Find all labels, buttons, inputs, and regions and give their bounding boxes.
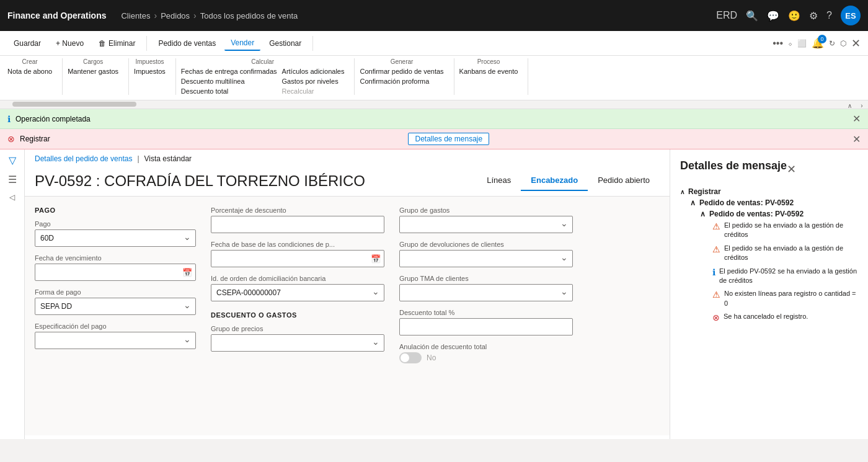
horizontal-scrollbar[interactable]: › ∧ (0, 102, 868, 109)
ribbon-group-crear: Crear Nota de abono (7, 58, 63, 95)
id-domiciliacion-group: Id. de orden de domiciliación bancaria C… (211, 275, 384, 301)
side-item-text-4: Se ha cancelado el registro. (724, 312, 808, 321)
tab-pedido-abierto[interactable]: Pedido abierto (588, 171, 660, 191)
filter-icon[interactable]: ▽ (9, 154, 16, 166)
fecha-base-label: Fecha de base de las condiciones de p... (211, 241, 384, 248)
menu-icon[interactable]: ☰ (8, 174, 17, 185)
id-domiciliacion-select[interactable]: CSEPA-000000007 (211, 284, 384, 301)
tab-gestionar[interactable]: Gestionar (263, 37, 308, 50)
side-item-2: ℹ El pedido PV-0592 se ha enviado a la g… (712, 267, 858, 286)
side-item-3: ⚠ No existen líneas para registro o cant… (712, 289, 858, 308)
expand-icon[interactable]: ⬜ (797, 39, 807, 48)
emoji-icon[interactable]: 🙂 (788, 10, 800, 22)
view-selector[interactable]: Vista estándar (144, 154, 192, 163)
refresh-icon[interactable]: ↻ (829, 39, 835, 48)
save-button[interactable]: Guardar (7, 37, 47, 50)
ribbon-nota-abono[interactable]: Nota de abono (7, 68, 52, 75)
main-layout: ▽ ☰ ◁ Detalles del pedido de ventas | Vi… (0, 149, 868, 439)
ribbon-group-impuestos: Impuestos Impuestos (129, 58, 176, 95)
side-item-0: ⚠ El pedido se ha enviado a la gestión d… (712, 221, 858, 240)
success-close-button[interactable]: ✕ (852, 113, 861, 125)
porcentaje-descuento-group: Porcentaje de descuento 0,00 (211, 207, 384, 233)
porcentaje-descuento-label: Porcentaje de descuento (211, 207, 384, 214)
porcentaje-descuento-input[interactable]: 0,00 (211, 216, 384, 233)
chevron-up-icon-3: ∧ (700, 210, 706, 218)
side-panel: Detalles de mensaje ✕ ∧ Registrar ∧ Pedi… (670, 149, 868, 439)
tab-vender[interactable]: Vender (224, 36, 260, 51)
grupo-precios-select[interactable] (211, 334, 384, 352)
success-notification: ℹ Operación completada ✕ (0, 109, 868, 129)
registrar-header[interactable]: ∧ Registrar (680, 187, 858, 196)
forma-pago-group: Forma de pago SEPA DD (35, 288, 196, 315)
subsection-pv592-1: ∧ Pedido de ventas: PV-0592 ∧ Pedido de … (690, 198, 858, 322)
ribbon-group-impuestos-title: Impuestos (134, 58, 166, 65)
scroll-up-arrow[interactable]: ∧ (843, 102, 856, 109)
ribbon-confirmacion-proforma[interactable]: Confirmación proforma (360, 78, 443, 85)
warning-icon-1: ⚠ (712, 244, 720, 254)
info-icon-2: ℹ (712, 267, 715, 277)
descuento-total-input[interactable]: 0,00 (399, 318, 573, 335)
descuento-total-label: Descuento total % (399, 309, 573, 316)
notification-badge: 0 (818, 35, 826, 43)
error-close-button[interactable]: ✕ (852, 133, 861, 145)
subsection1-label: Pedido de ventas: PV-0592 (699, 198, 794, 207)
chat-icon[interactable]: 💬 (767, 10, 779, 22)
grupo-tma-group: Grupo TMA de clientes (399, 275, 573, 301)
new-button[interactable]: + Nuevo (50, 37, 90, 50)
delete-button[interactable]: 🗑 Eliminar (92, 37, 141, 50)
ribbon-fechas-entrega[interactable]: Fechas de entrega confirmadas (181, 68, 277, 75)
open-new-icon[interactable]: ⬡ (840, 39, 846, 48)
pin-icon[interactable]: ⬦ (788, 39, 792, 48)
forma-pago-select[interactable]: SEPA DD (35, 298, 196, 315)
grupo-tma-select[interactable] (399, 284, 573, 301)
more-icon[interactable]: ••• (773, 38, 783, 49)
grupo-gastos-select[interactable] (399, 216, 573, 233)
especificacion-pago-group: Especificación del pago (35, 322, 196, 349)
anulacion-toggle[interactable] (399, 352, 422, 363)
toolbar-separator (146, 36, 147, 51)
tab-encabezado[interactable]: Encabezado (521, 171, 588, 191)
ribbon-descuento-multilinea[interactable]: Descuento multilínea (181, 78, 277, 85)
ribbon-group-cargos-title: Cargos (68, 58, 118, 65)
search-icon[interactable]: 🔍 (746, 10, 758, 22)
ribbon-mantener-gastos[interactable]: Mantener gastos (68, 68, 118, 75)
grupo-devoluciones-label: Grupo de devoluciones de clientes (399, 241, 573, 248)
tab-lineas[interactable]: Líneas (477, 171, 521, 191)
error-text: Registrar (20, 135, 50, 143)
pago-select[interactable]: 60D (35, 229, 196, 247)
close-form-icon[interactable]: ✕ (851, 37, 861, 50)
subsection2-header[interactable]: ∧ Pedido de ventas: PV-0592 (700, 210, 858, 218)
ribbon-descuento-total[interactable]: Descuento total (181, 87, 277, 95)
ribbon-kanbans[interactable]: Kanbans de evento (459, 68, 518, 75)
ribbon-gastos-niveles[interactable]: Gastos por niveles (282, 78, 345, 85)
scroll-right-arrow[interactable]: › (856, 102, 868, 109)
tab-pedido-ventas[interactable]: Pedido de ventas (152, 37, 222, 50)
grupo-devoluciones-select[interactable] (399, 250, 573, 267)
breadcrumb-todos[interactable]: Todos los pedidos de venta (200, 11, 298, 20)
ribbon-articulos-adicionales[interactable]: Artículos adicionales (282, 68, 345, 75)
fecha-base-calendar-icon[interactable]: 📅 (371, 254, 381, 264)
form-breadcrumb-link[interactable]: Detalles del pedido de ventas (35, 154, 132, 163)
grupo-devoluciones-group: Grupo de devoluciones de clientes (399, 241, 573, 267)
help-icon[interactable]: ? (826, 10, 832, 21)
form-body: PAGO Pago 60D Fecha de vencimiento (25, 197, 670, 435)
ribbon-confirmar-pedido[interactable]: Confirmar pedido de ventas (360, 68, 443, 75)
side-panel-close-button[interactable]: ✕ (787, 162, 796, 176)
left-sidebar: ▽ ☰ ◁ (0, 149, 25, 439)
anulacion-descuento-group: Anulación de descuento total No (399, 343, 573, 363)
calendar-icon[interactable]: 📅 (182, 268, 192, 277)
toolbar-separator-2 (312, 36, 313, 51)
ribbon-group-proceso: Proceso Kanbans de evento (454, 58, 529, 95)
ribbon-impuestos[interactable]: Impuestos (134, 68, 166, 75)
settings-icon[interactable]: ⚙ (809, 10, 818, 22)
erd-label[interactable]: ERD (716, 10, 737, 21)
breadcrumb-pedidos[interactable]: Pedidos (161, 11, 190, 20)
left-arrow-icon[interactable]: ◁ (9, 193, 15, 202)
message-detail-button[interactable]: Detalles de mensaje (408, 133, 489, 145)
breadcrumb-clientes[interactable]: Clientes (121, 11, 150, 20)
fecha-base-input[interactable] (211, 250, 384, 267)
subsection1-header[interactable]: ∧ Pedido de ventas: PV-0592 (690, 198, 858, 207)
especificacion-pago-select[interactable] (35, 332, 196, 349)
user-avatar[interactable]: ES (841, 6, 861, 25)
fecha-vencimiento-input[interactable] (35, 264, 196, 281)
